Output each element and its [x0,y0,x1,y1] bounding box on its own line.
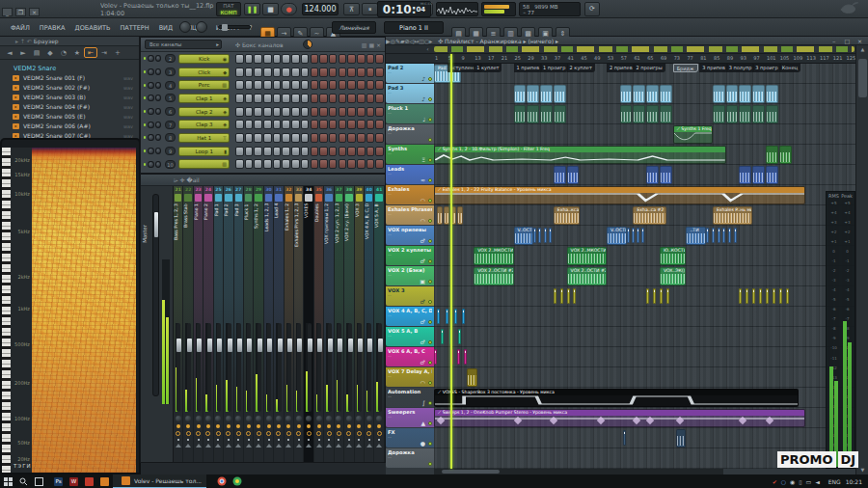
track-led[interactable] [428,178,432,182]
step-cell[interactable] [235,68,244,77]
step-cell[interactable] [245,68,254,77]
strip-pan-knob[interactable] [336,416,341,421]
step-cell[interactable] [375,133,384,143]
channel-button[interactable]: Clap 3◈ [178,120,230,129]
mixer-master-strip[interactable]: Master [141,186,174,462]
strip-pan-knob[interactable] [306,416,312,421]
mixer-fader-handle[interactable] [378,339,383,352]
playlist-track-header[interactable]: Leads...≈ [386,165,434,184]
vocal-chop-clip[interactable] [457,349,460,365]
track-led[interactable] [428,219,432,223]
step-cell[interactable] [273,80,282,90]
step-cell[interactable] [366,133,375,143]
mixer-fader[interactable] [378,323,382,412]
pattern-selector[interactable]: Piano 1 II [384,21,444,34]
step-cell[interactable] [235,120,244,129]
strip-pan-knob[interactable] [316,416,322,421]
step-cell[interactable] [357,133,366,143]
playlist-track-header[interactable]: Exhales Phrases...◠ [386,205,434,225]
automation-clip[interactable]: ⟋ Sweeps 1, 2 - OneKnob Pumper Stereo - … [434,409,805,427]
vocal-chop-clip[interactable] [718,228,720,243]
menu-item-0[interactable]: ФАЙЛ [6,24,35,32]
strip-lamp-icon[interactable] [216,424,220,428]
mixer-fader-handle[interactable] [197,339,202,352]
vocal-chop-clip[interactable] [779,288,782,304]
snap-selector[interactable]: Линейная [332,21,376,34]
play-pause-button[interactable]: ❚❚ [244,3,260,15]
pattern-clip[interactable] [620,105,633,123]
step-cell[interactable] [311,68,319,77]
playlist-track-header[interactable]: Exhales...◠ [386,185,434,204]
pattern-clip[interactable] [713,85,725,103]
strip-route-icon[interactable] [285,444,291,447]
step-cell[interactable] [282,54,290,64]
audio-clip[interactable]: VOX 2..ОСТИ #2 [567,267,607,285]
browser-folder[interactable]: VEDM2 Snare [0,64,139,73]
step-cell[interactable] [254,159,262,169]
step-cell[interactable] [311,120,319,129]
vocal-chop-clip[interactable] [786,288,789,304]
mixer-fader[interactable] [207,323,211,412]
audio-clip[interactable] [467,368,476,387]
channel-pan-knob[interactable] [148,122,153,128]
step-cell[interactable] [282,80,290,90]
step-cell[interactable] [366,107,375,117]
mixer-fader[interactable] [237,323,241,412]
vocal-chop-clip[interactable] [773,288,775,304]
pattern-clip[interactable] [514,85,527,103]
menu-item-3[interactable]: ПАТТЕРН [115,24,153,32]
browser-item[interactable]: ▸VEDM2 Snare 001 (F)wav [0,73,139,83]
mixer-fader[interactable] [278,323,282,412]
vocal-chop-clip[interactable] [446,309,448,324]
step-cell[interactable] [282,94,290,103]
step-cell[interactable] [329,54,338,64]
step-cell[interactable] [282,159,290,169]
strip-pan-knob[interactable] [276,416,282,421]
strip-pan-knob[interactable] [205,416,211,421]
strip-lamp-icon[interactable] [337,424,340,428]
strip-route-icon[interactable] [326,444,332,447]
step-cell[interactable] [245,133,254,143]
playlist-overview[interactable]: ‹ › [386,45,868,54]
sync-icon[interactable]: ○ [781,478,786,485]
strip-pan-knob[interactable] [215,416,221,421]
step-cell[interactable] [291,107,300,117]
step-cell[interactable] [235,159,244,169]
pattern-clip[interactable] [726,85,739,103]
vocal-chop-clip[interactable] [454,309,457,324]
playlist-window-buttons[interactable]: － □ × [830,37,865,45]
step-cell[interactable] [366,80,375,90]
vocal-chop-clip[interactable] [632,228,635,243]
pattern-clip[interactable] [540,85,553,103]
step-cell[interactable] [282,107,290,117]
strip-pan-knob[interactable] [356,416,362,421]
mixer-fader-handle[interactable] [176,339,181,352]
playlist-track-header[interactable]: Дорожка... [386,448,434,468]
step-cell[interactable] [291,159,300,169]
mixer-fader[interactable] [228,323,231,412]
mixer-fader[interactable] [267,323,271,412]
pat-song-switch[interactable]: ПАТ КОМП [216,2,241,16]
track-led[interactable] [428,340,432,344]
track-led[interactable] [428,259,432,263]
start-button[interactable] [0,474,15,488]
channel-pan-knob[interactable] [148,108,153,115]
step-cell[interactable] [375,68,384,77]
step-cell[interactable] [311,107,319,117]
mixer-header[interactable]: ⌲ ✛ �ail [141,175,385,186]
chrome-icon[interactable] [214,474,230,488]
track-led[interactable] [428,239,432,243]
step-cell[interactable] [263,133,272,143]
strip-pan-knob[interactable] [196,416,202,421]
browser-item[interactable]: ▸VEDM2 Snare 002 (F#)wav [0,83,139,93]
mixer-strip[interactable]: 41VOX 5 A, B [374,186,384,462]
app-minimize-button[interactable]: _ [2,8,13,16]
channel-button[interactable]: Hat 1⊤ [178,133,230,143]
vocal-chop-clip[interactable] [637,228,639,243]
audio-clip[interactable] [676,429,686,447]
mixer-fader-handle[interactable] [258,339,262,352]
channel-button[interactable]: Click◆ [178,68,230,77]
strip-lamp-icon[interactable] [206,424,210,428]
strip-pan-knob[interactable] [285,416,291,421]
audio-clip[interactable]: ..ТИ [686,227,706,245]
